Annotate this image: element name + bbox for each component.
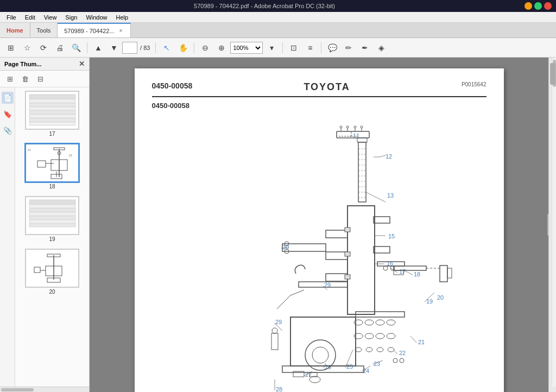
draw-button[interactable]: ✒ bbox=[357, 40, 372, 55]
vscroll-thumb[interactable] bbox=[550, 63, 555, 85]
svg-rect-93 bbox=[440, 265, 447, 282]
sidebar-hscroll-thumb[interactable] bbox=[1, 388, 34, 391]
sidebar-attachment-icon[interactable]: 📎 bbox=[2, 124, 14, 136]
search-button[interactable]: 🔍 bbox=[68, 40, 84, 55]
svg-point-119 bbox=[366, 347, 372, 352]
svg-rect-107 bbox=[271, 333, 278, 350]
separator-4 bbox=[282, 42, 283, 53]
svg-line-134 bbox=[410, 336, 416, 343]
sidebar-delete-btn[interactable]: 🗑 bbox=[18, 73, 31, 85]
tab-home[interactable]: Home bbox=[0, 23, 30, 37]
close-button[interactable] bbox=[544, 2, 552, 10]
tab-tools-label: Tools bbox=[37, 27, 51, 34]
svg-rect-84 bbox=[345, 275, 350, 279]
tab-file[interactable]: 570989 - 704422... × bbox=[58, 23, 131, 37]
zoom-out-button[interactable]: ⊖ bbox=[198, 40, 213, 55]
svg-text:16: 16 bbox=[387, 260, 393, 267]
tab-home-label: Home bbox=[7, 27, 23, 34]
pdf-page: 0450-00058 TOYOTA P0015642 0450-00058 11… bbox=[135, 68, 504, 392]
thumbnail-17-image[interactable] bbox=[25, 91, 79, 130]
prev-page-button[interactable]: ▲ bbox=[91, 40, 106, 55]
svg-line-127 bbox=[380, 155, 386, 157]
highlight-button[interactable]: ✏ bbox=[341, 40, 356, 55]
menu-help[interactable]: Help bbox=[112, 13, 133, 22]
thumbnail-list[interactable]: 17 bbox=[15, 87, 89, 387]
thumbnail-20-image[interactable] bbox=[25, 249, 79, 288]
svg-rect-21 bbox=[29, 200, 75, 204]
sidebar-more-btn[interactable]: ⊟ bbox=[34, 73, 47, 85]
menu-view[interactable]: View bbox=[40, 13, 61, 22]
sidebar-bookmark-icon[interactable]: 🔖 bbox=[2, 108, 14, 120]
svg-text:19: 19 bbox=[426, 298, 433, 305]
thumbnail-18-label: 18 bbox=[49, 184, 55, 189]
thumbnail-18-image[interactable]: 11 12 bbox=[25, 143, 79, 182]
svg-rect-22 bbox=[29, 205, 75, 208]
menu-file[interactable]: File bbox=[2, 13, 21, 22]
hand-tool-button[interactable]: ✋ bbox=[175, 40, 191, 55]
svg-line-99 bbox=[290, 290, 304, 295]
svg-rect-26 bbox=[29, 220, 75, 223]
menu-sign[interactable]: Sign bbox=[61, 13, 81, 22]
sidebar-view-btn[interactable]: ⊞ bbox=[3, 73, 16, 85]
svg-rect-24 bbox=[29, 212, 75, 216]
snapshot-button[interactable]: ⊡ bbox=[286, 40, 301, 55]
vscroll-track[interactable] bbox=[549, 58, 556, 392]
svg-text:23: 23 bbox=[374, 361, 380, 367]
page-total: / 83 bbox=[138, 45, 152, 51]
scroll-mode-button[interactable]: ≡ bbox=[302, 40, 318, 55]
svg-text:28: 28 bbox=[276, 386, 282, 392]
sidebar-close-button[interactable]: ✕ bbox=[79, 60, 85, 68]
tab-file-close[interactable]: × bbox=[118, 27, 124, 34]
content-area: ‹ 0450-00058 TOYOTA P0015642 0450-00058 … bbox=[90, 58, 548, 392]
zoom-in-button[interactable]: ⊕ bbox=[214, 40, 229, 55]
sidebar-page-icon[interactable]: 📄 bbox=[2, 92, 14, 104]
svg-rect-2 bbox=[29, 99, 75, 103]
svg-point-90 bbox=[383, 266, 388, 270]
zoom-select[interactable]: 100% 75% 125% 150% 200% Fit Page Fit Wid… bbox=[230, 42, 263, 54]
svg-rect-86 bbox=[374, 246, 390, 253]
svg-text:13: 13 bbox=[387, 192, 394, 199]
bookmark-button[interactable]: ☆ bbox=[20, 40, 35, 55]
thumbnail-18[interactable]: 11 12 18 bbox=[17, 142, 87, 191]
open-button[interactable]: ⟳ bbox=[36, 40, 51, 55]
brand-name: TOYOTA bbox=[304, 81, 350, 93]
zoom-dropdown-button[interactable]: ▾ bbox=[264, 40, 279, 55]
print-button[interactable]: 🖨 bbox=[52, 40, 67, 55]
svg-text:15: 15 bbox=[388, 233, 395, 239]
menu-window[interactable]: Window bbox=[81, 13, 111, 22]
svg-rect-9 bbox=[27, 144, 78, 181]
thumbnail-17[interactable]: 17 bbox=[17, 90, 87, 138]
svg-text:11: 11 bbox=[28, 148, 31, 151]
svg-text:12: 12 bbox=[386, 153, 392, 160]
stamp-button[interactable]: ◈ bbox=[374, 40, 389, 55]
thumbnail-20-label: 20 bbox=[49, 289, 55, 295]
svg-rect-1 bbox=[29, 94, 75, 99]
svg-line-128 bbox=[366, 192, 386, 202]
svg-line-135 bbox=[393, 350, 397, 354]
tab-tools[interactable]: Tools bbox=[30, 23, 58, 37]
select-tool-button[interactable]: ↖ bbox=[159, 40, 174, 55]
page-number-input[interactable]: 18 bbox=[122, 42, 137, 54]
menu-bar: File Edit View Sign Window Help bbox=[0, 12, 556, 23]
maximize-button[interactable] bbox=[534, 2, 542, 10]
new-window-button[interactable]: ⊞ bbox=[3, 40, 18, 55]
svg-rect-78 bbox=[348, 206, 375, 314]
minimize-button[interactable] bbox=[525, 2, 532, 10]
right-scrollbar[interactable] bbox=[548, 58, 556, 392]
thumbnail-17-label: 17 bbox=[49, 131, 55, 137]
thumbnail-20[interactable]: 20 bbox=[17, 248, 87, 296]
collapse-handle[interactable]: ‹ bbox=[547, 214, 548, 236]
page-header: 0450-00058 TOYOTA P0015642 bbox=[152, 81, 486, 97]
title-text: 570989 - 704422.pdf - Adobe Acrobat Pro … bbox=[4, 3, 525, 9]
svg-rect-25 bbox=[29, 216, 75, 219]
thumbnail-19[interactable]: 19 bbox=[17, 195, 87, 243]
svg-point-120 bbox=[377, 347, 383, 352]
diagram-svg: 11 12 13 15 16 17 18 19 20 21 22 23 24 2… bbox=[152, 116, 478, 392]
menu-edit[interactable]: Edit bbox=[21, 13, 40, 22]
thumbnail-19-image[interactable] bbox=[25, 196, 79, 235]
sidebar-toolbar: ⊞ 🗑 ⊟ bbox=[0, 71, 89, 87]
svg-point-60 bbox=[340, 126, 342, 128]
svg-rect-88 bbox=[394, 266, 426, 270]
comment-button[interactable]: 💬 bbox=[325, 40, 340, 55]
next-page-button[interactable]: ▼ bbox=[106, 40, 122, 55]
